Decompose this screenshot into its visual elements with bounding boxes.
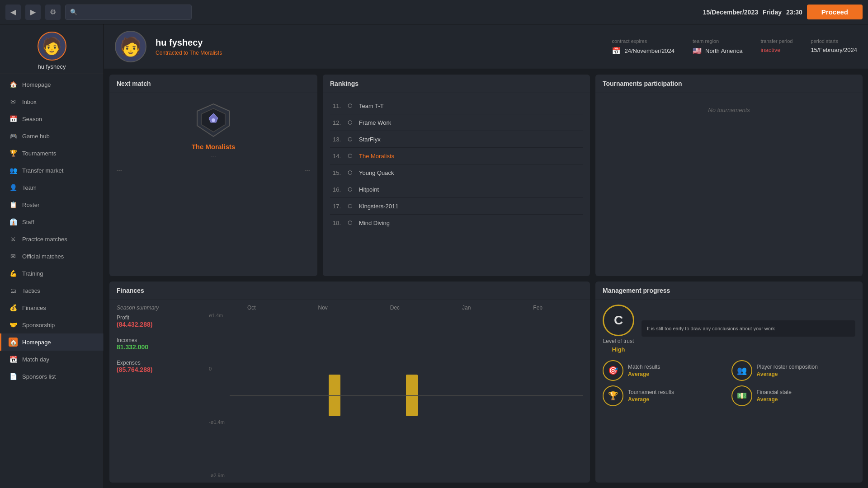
sidebar-icon-staff: 👔 <box>9 217 18 226</box>
ranking-row: 18. ⬡ Mind Diving <box>330 215 583 231</box>
sidebar-item-matchday[interactable]: 📆 Match day <box>0 351 104 368</box>
sidebar-item-practicematches[interactable]: ⚔ Practice matches <box>0 230 104 248</box>
metrics-grid: 🎯 Match results Average 👥 Player roster … <box>603 360 855 406</box>
sidebar-label-transfermarket: Transfer market <box>22 167 63 174</box>
sidebar-item-team[interactable]: 👤 Team <box>0 179 104 196</box>
transfer-period-label: transfer period <box>760 38 793 44</box>
metric-value-player-roster: Average <box>757 371 818 377</box>
rank-team-icon: ⬡ <box>345 135 354 144</box>
sidebar-item-homepage[interactable]: 🏠 Homepage <box>0 76 104 93</box>
sidebar-icon-finances: 💰 <box>9 303 18 312</box>
sidebar-item-homepage2[interactable]: 🏠 Homepage <box>0 333 104 351</box>
sidebar-item-officialmatches[interactable]: ✉ Official matches <box>0 248 104 265</box>
metric-info-tournament-results: Tournament results Average <box>628 389 674 403</box>
sidebar-item-gamehub[interactable]: 🎮 Game hub <box>0 127 104 145</box>
sidebar-label-gamehub: Game hub <box>22 133 50 140</box>
search-input[interactable] <box>65 5 192 20</box>
rank-team-name: Frame Work <box>359 119 391 126</box>
metric-item-financial-state: 💵 Financial state Average <box>731 385 856 406</box>
player-info: hu fyshecy Contracted to The Moralists <box>156 38 222 56</box>
sidebar-item-sponsorslist[interactable]: 📄 Sponsors list <box>0 368 104 385</box>
player-avatar: 🧑 <box>115 31 146 62</box>
sidebar-item-transfermarket[interactable]: 👥 Transfer market <box>0 162 104 179</box>
metric-icon-match-results: 🎯 <box>603 360 623 381</box>
sidebar-item-sponsorship[interactable]: 🤝 Sponsorship <box>0 316 104 333</box>
metric-value-tournament-results: Average <box>628 396 674 403</box>
sidebar-item-finances[interactable]: 💰 Finances <box>0 299 104 316</box>
contract-expires-label: contract expires <box>612 38 675 44</box>
metric-label-financial-state: Financial state <box>757 389 792 395</box>
settings-button[interactable]: ⚙ <box>45 5 61 20</box>
finance-summary: Season summary Profit (84.432.288) Incom… <box>117 305 207 479</box>
forward-button[interactable]: ▶ <box>25 5 41 20</box>
contract-expires-value: 24/November/2024 <box>624 47 675 54</box>
topbar-time: 23:30 <box>786 9 802 16</box>
ranking-row: 13. ⬡ StarFlyx <box>330 131 583 148</box>
metric-icon-player-roster: 👥 <box>731 360 752 381</box>
rank-team-name: Young Quack <box>359 169 394 176</box>
sidebar-label-team: Team <box>22 184 37 191</box>
match-team-name: The Moralists <box>192 143 236 150</box>
header-meta: contract expires 📅 24/November/2024 team… <box>612 38 857 55</box>
sidebar-icon-officialmatches: ✉ <box>9 252 18 261</box>
sidebar-item-tournaments[interactable]: 🏆 Tournaments <box>0 145 104 162</box>
sidebar-item-roster[interactable]: 📋 Roster <box>0 196 104 213</box>
incomes-value: 81.332.000 <box>117 343 207 351</box>
avatar-face-icon: 🧑 <box>42 37 62 56</box>
rank-number: 18. <box>330 220 341 226</box>
chart-month-dec: Dec <box>390 305 400 311</box>
management-panel: Management progress C Level of trust Hig… <box>595 282 863 483</box>
sidebar-icon-training: 💪 <box>9 269 18 278</box>
flag-icon: 🇺🇸 <box>693 47 702 55</box>
profit-label: Profit <box>117 314 207 321</box>
team-region-meta: team region 🇺🇸 North America <box>693 38 742 55</box>
rank-team-icon: ⬡ <box>345 168 354 177</box>
ranking-row: 15. ⬡ Young Quack <box>330 164 583 181</box>
sidebar-profile: 🧑 hu fyshecy <box>0 24 104 74</box>
season-summary-label: Season summary <box>117 305 207 311</box>
sidebar-label-tactics: Tactics <box>22 287 40 294</box>
sidebar-label-staff: Staff <box>22 219 34 225</box>
rank-number: 15. <box>330 169 341 176</box>
trust-value: High <box>612 346 625 353</box>
sidebar-item-tactics[interactable]: 🗂 Tactics <box>0 282 104 299</box>
sidebar-label-finances: Finances <box>22 305 46 311</box>
rankings-header: Rankings <box>323 75 590 93</box>
trust-label: Level of trust <box>603 338 634 344</box>
metric-icon-financial-state: 💵 <box>731 385 752 406</box>
proceed-button[interactable]: Proceed <box>807 5 863 19</box>
sidebar-item-training[interactable]: 💪 Training <box>0 265 104 282</box>
sidebar-icon-gamehub: 🎮 <box>9 131 18 141</box>
rank-team-icon: ⬡ <box>345 151 354 160</box>
sidebar-icon-sponsorslist: 📄 <box>9 372 18 381</box>
chart-month-oct: Oct <box>247 305 256 311</box>
match-footer-right: --- <box>305 167 310 174</box>
rank-team-icon: ⬡ <box>345 218 354 227</box>
sidebar-item-inbox[interactable]: ✉ Inbox <box>0 93 104 110</box>
sidebar-icon-season: 📅 <box>9 114 18 123</box>
next-match-panel: Next match The Moralists --- --- <box>109 75 317 276</box>
sidebar-label-training: Training <box>22 270 43 277</box>
player-header: 🧑 hu fyshecy Contracted to The Moralists… <box>104 24 868 69</box>
profit-value: (84.432.288) <box>117 321 207 328</box>
topbar-date: 15/December/2023 <box>703 9 758 16</box>
metric-info-financial-state: Financial state Average <box>757 389 792 403</box>
metric-label-tournament-results: Tournament results <box>628 389 674 395</box>
ranking-row: 14. ⬡ The Moralists <box>330 148 583 164</box>
transfer-period-value: inactive <box>760 47 780 53</box>
management-header: Management progress <box>595 282 863 300</box>
back-button[interactable]: ◀ <box>5 5 21 20</box>
trust-badge: C <box>603 305 634 336</box>
ranking-row: 11. ⬡ Team T-T <box>330 98 583 114</box>
ranking-row: 17. ⬡ Kingsters-2011 <box>330 198 583 215</box>
match-footer: --- --- <box>109 164 317 177</box>
chart-bars <box>207 313 583 479</box>
tournaments-header: Tournaments participation <box>595 75 863 93</box>
sidebar-item-season[interactable]: 📅 Season <box>0 110 104 127</box>
sidebar-item-staff[interactable]: 👔 Staff <box>0 213 104 230</box>
management-body: C Level of trust High It is still too ea… <box>595 300 863 411</box>
sidebar-icon-roster: 📋 <box>9 200 18 209</box>
sidebar-icon-sponsorship: 🤝 <box>9 320 18 329</box>
tournaments-panel: Tournaments participation No tournaments <box>595 75 863 276</box>
content-area: 🧑 hu fyshecy Contracted to The Moralists… <box>104 24 868 488</box>
